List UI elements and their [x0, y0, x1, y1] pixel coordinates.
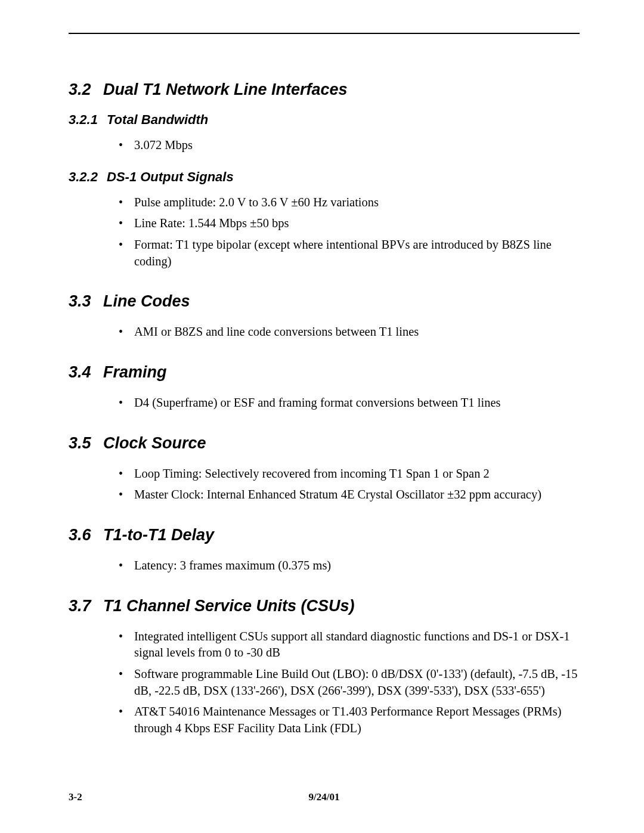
bullet-list: Latency: 3 frames maximum (0.375 ms): [116, 558, 580, 574]
list-item: Line Rate: 1.544 Mbps ±50 bps: [116, 215, 580, 232]
document-page: 3.2Dual T1 Network Line Interfaces 3.2.1…: [0, 0, 644, 833]
heading-number: 3.3: [69, 292, 103, 311]
heading-title: Dual T1 Network Line Interfaces: [103, 80, 348, 98]
list-item: Integrated intelligent CSUs support all …: [116, 628, 580, 661]
list-item: Pulse amplitude: 2.0 V to 3.6 V ±60 Hz v…: [116, 194, 580, 211]
footer-date: 9/24/01: [69, 791, 580, 803]
heading-number: 3.7: [69, 597, 103, 615]
bullet-list: 3.072 Mbps: [116, 137, 580, 154]
list-item: AT&T 54016 Maintenance Messages or T1.40…: [116, 704, 580, 736]
heading-3-2-2: 3.2.2DS-1 Output Signals: [69, 169, 580, 185]
bullet-list: D4 (Superframe) or ESF and framing forma…: [116, 395, 580, 411]
bullet-list: Integrated intelligent CSUs support all …: [116, 628, 580, 737]
heading-title: Clock Source: [103, 434, 206, 452]
heading-title: Total Bandwidth: [107, 112, 208, 127]
heading-number: 3.4: [69, 363, 103, 382]
heading-3-4: 3.4Framing: [69, 363, 580, 382]
list-item: Latency: 3 frames maximum (0.375 ms): [116, 558, 580, 574]
list-item: AMI or B8ZS and line code conversions be…: [116, 324, 580, 340]
list-item: Loop Timing: Selectively recovered from …: [116, 466, 580, 482]
heading-3-2: 3.2Dual T1 Network Line Interfaces: [69, 80, 580, 99]
heading-number: 3.2.1: [69, 112, 107, 128]
header-rule: [69, 33, 580, 34]
bullet-list: Pulse amplitude: 2.0 V to 3.6 V ±60 Hz v…: [116, 194, 580, 270]
page-footer: 3-2 9/24/01: [69, 791, 580, 803]
heading-title: Framing: [103, 363, 167, 381]
heading-title: DS-1 Output Signals: [107, 169, 234, 184]
bullet-list: Loop Timing: Selectively recovered from …: [116, 466, 580, 503]
heading-3-7: 3.7T1 Channel Service Units (CSUs): [69, 597, 580, 615]
heading-number: 3.6: [69, 526, 103, 544]
heading-3-5: 3.5Clock Source: [69, 434, 580, 453]
heading-number: 3.5: [69, 434, 103, 453]
heading-number: 3.2.2: [69, 169, 107, 185]
heading-3-2-1: 3.2.1Total Bandwidth: [69, 112, 580, 128]
list-item: Software programmable Line Build Out (LB…: [116, 666, 580, 699]
bullet-list: AMI or B8ZS and line code conversions be…: [116, 324, 580, 340]
heading-3-6: 3.6T1-to-T1 Delay: [69, 526, 580, 544]
heading-title: T1-to-T1 Delay: [103, 526, 214, 544]
heading-title: T1 Channel Service Units (CSUs): [103, 597, 355, 615]
heading-title: Line Codes: [103, 292, 190, 310]
list-item: Format: T1 type bipolar (except where in…: [116, 237, 580, 270]
list-item: D4 (Superframe) or ESF and framing forma…: [116, 395, 580, 411]
list-item: Master Clock: Internal Enhanced Stratum …: [116, 487, 580, 503]
heading-number: 3.2: [69, 80, 103, 99]
heading-3-3: 3.3Line Codes: [69, 292, 580, 311]
list-item: 3.072 Mbps: [116, 137, 580, 154]
